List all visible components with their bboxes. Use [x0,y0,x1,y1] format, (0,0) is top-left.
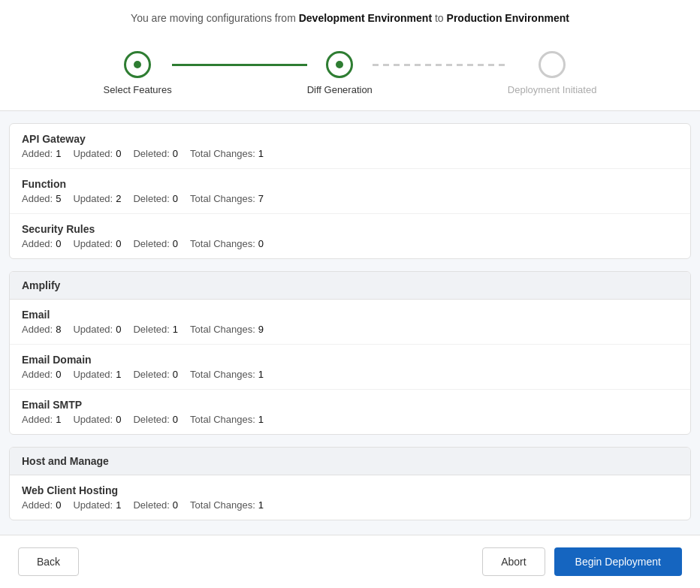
section-header-amplify: Amplify [10,272,690,300]
feature-name: Email Domain [22,354,678,366]
feature-name: Email [22,309,678,321]
stat-updated: Updated: 0 [73,238,121,249]
step-diff-generation: Diff Generation [307,51,373,95]
stat-total: Total Changes: 1 [190,499,264,511]
stat-total: Total Changes: 1 [190,414,264,425]
feature-name: Email SMTP [22,399,678,411]
feature-row-security-rules: Security Rules Added: 0 Updated: 0 Delet… [10,214,690,258]
target-env: Production Environment [447,12,569,24]
section-amplify: Amplify Email Added: 8 Updated: 0 Delete… [9,271,691,435]
stat-added: Added: 1 [22,148,61,159]
added-label: Added: [22,148,53,159]
feature-row-function: Function Added: 5 Updated: 2 Deleted: 0 … [10,169,690,214]
abort-button[interactable]: Abort [482,547,545,576]
feature-stats: Added: 1 Updated: 0 Deleted: 0 Total Cha… [22,414,678,425]
stat-total: Total Changes: 1 [190,148,264,159]
deleted-value: 0 [173,148,178,159]
source-env: Development Environment [299,12,432,24]
stat-added: Added: 0 [22,369,61,380]
stat-total: Total Changes: 0 [190,238,264,249]
message-prefix: You are moving configurations from [131,12,299,24]
feature-name: Function [22,178,678,190]
stat-updated: Updated: 0 [73,414,121,425]
stat-deleted: Deleted: 0 [133,238,178,249]
stat-total: Total Changes: 1 [190,369,264,380]
feature-stats: Added: 8 Updated: 0 Deleted: 1 Total Cha… [22,324,678,335]
step-line-1 [172,64,307,66]
step-line-2 [373,64,508,66]
stat-updated: Updated: 0 [73,148,121,159]
updated-label: Updated: [73,148,113,159]
step-label-3: Deployment Initiated [508,84,597,95]
footer-right-actions: Abort Begin Deployment [482,547,682,576]
stat-deleted: Deleted: 0 [133,414,178,425]
stat-updated: Updated: 1 [73,499,121,511]
stepper: Select Features Diff Generation Deployme… [18,39,682,110]
stat-added: Added: 8 [22,324,61,335]
deleted-label: Deleted: [133,148,169,159]
header-message: You are moving configurations from Devel… [18,12,682,39]
stat-updated: Updated: 2 [73,193,121,204]
stat-deleted: Deleted: 0 [133,369,178,380]
stat-deleted: Deleted: 0 [133,193,178,204]
feature-stats: Added: 1 Updated: 0 Deleted: 0 Total Cha… [22,148,678,159]
stat-deleted: Deleted: 1 [133,324,178,335]
message-mid: to [432,12,446,24]
step-label-2: Diff Generation [307,84,373,95]
stat-added: Added: 5 [22,193,61,204]
feature-row-email-domain: Email Domain Added: 0 Updated: 1 Deleted… [10,345,690,390]
footer: Back Abort Begin Deployment [0,535,700,588]
feature-row-web-client-hosting: Web Client Hosting Added: 0 Updated: 1 D… [10,475,690,520]
section-host-manage: Host and Manage Web Client Hosting Added… [9,447,691,520]
stat-total: Total Changes: 9 [190,324,264,335]
feature-stats: Added: 0 Updated: 1 Deleted: 0 Total Cha… [22,499,678,511]
step-deployment-initiated: Deployment Initiated [508,51,597,95]
step-label-1: Select Features [104,84,172,95]
feature-name: Security Rules [22,223,678,235]
stat-deleted: Deleted: 0 [133,499,178,511]
step-dot-1 [134,61,141,68]
stat-added: Added: 0 [22,238,61,249]
main-content: API Gateway Added: 1 Updated: 0 Deleted:… [0,111,700,535]
step-dot-2 [336,61,343,68]
stat-total: Total Changes: 7 [190,193,264,204]
stat-added: Added: 1 [22,414,61,425]
top-bar: You are moving configurations from Devel… [0,0,700,111]
feature-stats: Added: 0 Updated: 0 Deleted: 0 Total Cha… [22,238,678,249]
step-circle-2 [326,51,353,78]
stat-added: Added: 0 [22,499,61,511]
total-label: Total Changes: [190,148,255,159]
back-button[interactable]: Back [18,547,79,576]
feature-row-api-gateway: API Gateway Added: 1 Updated: 0 Deleted:… [10,124,690,169]
step-select-features: Select Features [104,51,172,95]
feature-stats: Added: 0 Updated: 1 Deleted: 0 Total Cha… [22,369,678,380]
total-value: 1 [258,148,264,159]
begin-deployment-button[interactable]: Begin Deployment [554,547,682,576]
feature-name: Web Client Hosting [22,484,678,496]
feature-name: API Gateway [22,133,678,145]
stat-deleted: Deleted: 0 [133,148,178,159]
added-value: 1 [56,148,61,159]
step-circle-3 [539,51,566,78]
stat-updated: Updated: 0 [73,324,121,335]
stat-updated: Updated: 1 [73,369,121,380]
feature-row-email: Email Added: 8 Updated: 0 Deleted: 1 Tot… [10,300,690,345]
section-header-host-manage: Host and Manage [10,448,690,475]
section-api-group: API Gateway Added: 1 Updated: 0 Deleted:… [9,123,691,259]
step-circle-1 [124,51,151,78]
updated-value: 0 [116,148,121,159]
feature-stats: Added: 5 Updated: 2 Deleted: 0 Total Cha… [22,193,678,204]
feature-row-email-smtp: Email SMTP Added: 1 Updated: 0 Deleted: … [10,390,690,434]
